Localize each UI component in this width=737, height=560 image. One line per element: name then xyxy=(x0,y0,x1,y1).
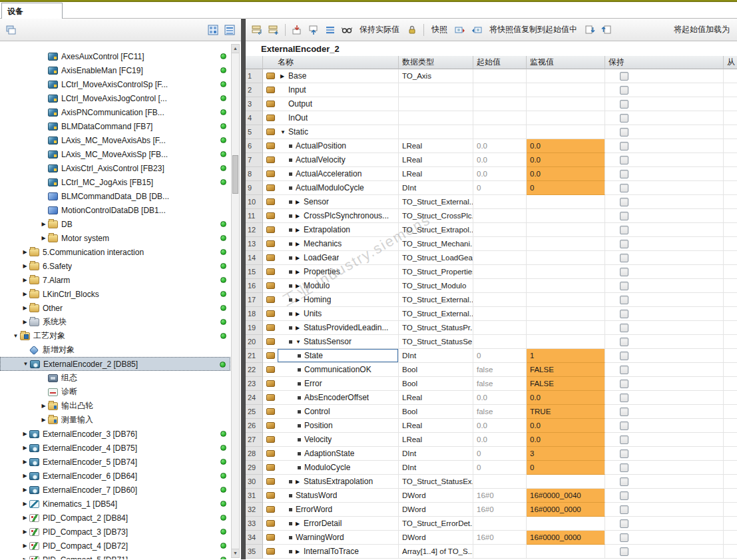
snapshot-button[interactable]: 快照 xyxy=(428,23,451,37)
table-row[interactable]: 16▶ModuloTO_Struct_Modulo xyxy=(246,279,737,293)
monitor-all-glasses-icon[interactable] xyxy=(340,23,354,37)
snapshot-copy-icon-1[interactable] xyxy=(453,23,467,37)
expand-arrow-icon[interactable]: ▶ xyxy=(21,263,29,269)
retain-checkbox[interactable] xyxy=(620,380,628,388)
retain-checkbox[interactable] xyxy=(620,477,628,486)
retain-checkbox[interactable] xyxy=(620,519,628,528)
scrollbar-thumb[interactable] xyxy=(232,155,238,194)
retain-checkbox[interactable] xyxy=(620,240,628,248)
tree-item[interactable]: BLMDataCommand [FB7] xyxy=(0,119,230,133)
table-row[interactable]: 4InOut xyxy=(246,111,737,125)
tree-item[interactable]: MotionControlDataDB [DB1... xyxy=(0,203,230,217)
keep-actual-values-button[interactable]: 保持实际值 xyxy=(356,23,403,37)
retain-checkbox[interactable] xyxy=(620,254,628,262)
table-row[interactable]: 2Input xyxy=(246,83,737,97)
expand-arrow-icon[interactable]: ▶ xyxy=(39,403,48,409)
expand-arrow-icon[interactable]: ▶ xyxy=(21,277,29,283)
tree-item[interactable]: LAxis_MC_MoveAxisSp [FB... xyxy=(0,147,230,161)
retain-checkbox[interactable] xyxy=(620,268,628,276)
retain-checkbox[interactable] xyxy=(620,114,628,123)
expand-arrow-icon[interactable]: ▶ xyxy=(21,529,29,535)
table-row[interactable]: 18▶UnitsTO_Struct_External... xyxy=(246,307,737,321)
retain-checkbox[interactable] xyxy=(620,435,628,444)
expand-arrow-icon[interactable]: ▶ xyxy=(21,543,29,549)
expand-arrow-icon[interactable]: ▶ xyxy=(296,255,304,261)
tree-item[interactable]: ▶PID_Compact_5 [DB71] xyxy=(0,553,230,559)
tree-item[interactable]: ▶5.Communication interaction xyxy=(0,245,230,259)
column-header-index[interactable] xyxy=(246,56,263,69)
copy-snapshot-to-start-button[interactable]: 将快照值复制到起始值中 xyxy=(486,23,581,37)
tree-item[interactable]: 诊断 xyxy=(0,385,230,399)
scroll-up-icon[interactable] xyxy=(232,45,239,53)
table-row[interactable]: 31StatusWordDWord16#016#0000_0040 xyxy=(246,489,737,503)
expand-members-icon[interactable] xyxy=(323,23,338,37)
table-row[interactable]: 24AbsEncoderOffsetLReal0.00.0 xyxy=(246,391,737,405)
table-row[interactable]: 8ActualAccelerationLReal0.00.0 xyxy=(246,167,737,181)
table-row[interactable]: 5▼Static xyxy=(246,125,737,139)
tree-item[interactable]: ▼ExternalEncoder_2 [DB85] xyxy=(0,357,230,371)
tree-item[interactable]: ▶输出凸轮 xyxy=(0,399,230,413)
retain-checkbox[interactable] xyxy=(620,72,628,81)
tree-item[interactable]: 组态 xyxy=(0,371,230,385)
load-values-red-icon[interactable] xyxy=(290,23,304,37)
load-start-doc-icon-2[interactable] xyxy=(599,23,614,37)
tree-item[interactable]: ▶测量输入 xyxy=(0,413,230,427)
expand-arrow-icon[interactable]: ▶ xyxy=(296,269,304,275)
tree-item[interactable]: ▶Motor system xyxy=(0,231,230,245)
overview-grid-icon[interactable] xyxy=(206,23,220,37)
retain-checkbox[interactable] xyxy=(620,449,628,458)
expand-arrow-icon[interactable]: ▶ xyxy=(21,249,29,255)
expand-arrow-icon[interactable]: ▶ xyxy=(39,221,48,227)
tree-item[interactable]: BLMCommandData_DB [DB... xyxy=(0,189,230,203)
column-header-start-value[interactable]: 起始值 xyxy=(473,56,527,69)
retain-checkbox[interactable] xyxy=(620,100,628,109)
retain-checkbox[interactable] xyxy=(620,491,628,500)
tree-item[interactable]: ▶ExternalEncoder_4 [DB75] xyxy=(0,441,230,455)
expand-arrow-icon[interactable]: ▶ xyxy=(296,297,304,303)
retain-checkbox[interactable] xyxy=(620,282,628,290)
retain-checkbox[interactable] xyxy=(620,226,628,234)
table-row[interactable]: 13▶MechanicsTO_Struct_Mechani... xyxy=(246,237,737,251)
table-row[interactable]: 20▼StatusSensorTO_Struct_StatusSe... xyxy=(246,335,737,349)
tree-scrollbar[interactable] xyxy=(231,44,240,558)
table-row[interactable]: 26PositionLReal0.00.0 xyxy=(246,419,737,433)
table-row[interactable]: 1▶BaseTO_Axis xyxy=(246,69,737,83)
retain-checkbox[interactable] xyxy=(620,338,628,346)
expand-arrow-icon[interactable]: ▶ xyxy=(39,235,48,241)
tree-item[interactable]: ▶DB xyxy=(0,217,230,231)
table-row[interactable]: 21StateDInt01 xyxy=(246,349,737,363)
panel-view-icon[interactable] xyxy=(4,23,19,37)
tree-item[interactable]: ▶ExternalEncoder_7 [DB60] xyxy=(0,483,230,497)
column-header-datatype[interactable]: 数据类型 xyxy=(399,56,473,69)
retain-checkbox[interactable] xyxy=(620,505,628,514)
table-row[interactable]: 6ActualPositionLReal0.00.0 xyxy=(246,139,737,153)
table-row[interactable]: 9ActualModuloCycleDInt00 xyxy=(246,181,737,195)
tree-item[interactable]: ▼工艺对象 xyxy=(0,329,230,343)
expand-arrow-icon[interactable]: ▶ xyxy=(296,479,304,485)
column-header-name[interactable]: 名称 xyxy=(263,56,399,69)
tree-item[interactable]: ▶Kinematics_1 [DB54] xyxy=(0,497,230,511)
retain-checkbox[interactable] xyxy=(620,394,628,402)
retain-checkbox[interactable] xyxy=(620,198,628,206)
expand-arrow-icon[interactable]: ▶ xyxy=(21,319,29,325)
expand-arrow-icon[interactable]: ▶ xyxy=(280,73,288,79)
table-row[interactable]: 12▶ExtrapolationTO_Struct_Extrapol... xyxy=(246,223,737,237)
tree-item[interactable]: LCtrl_MC_JogAxis [FB15] xyxy=(0,175,230,189)
table-row[interactable]: 23ErrorBoolfalseFALSE xyxy=(246,377,737,391)
collapse-arrow-icon[interactable]: ▼ xyxy=(296,339,304,345)
retain-checkbox[interactable] xyxy=(620,352,628,360)
tree-item[interactable]: ▶6.Safety xyxy=(0,259,230,273)
table-row[interactable]: 11▶CrossPlcSynchronous...TO_Struct_Cross… xyxy=(246,209,737,223)
tree-item[interactable]: 新增对象 xyxy=(0,343,230,357)
load-values-blue-icon[interactable] xyxy=(306,23,321,37)
expand-arrow-icon[interactable]: ▶ xyxy=(21,515,29,521)
expand-arrow-icon[interactable]: ▶ xyxy=(21,501,29,507)
table-row[interactable]: 19▶StatusProvidedLeadin...TO_Struct_Stat… xyxy=(246,321,737,335)
table-row[interactable]: 35▶InternalToTraceArray[1..4] of TO_S... xyxy=(246,545,737,559)
table-row[interactable]: 28AdaptionStateDInt03 xyxy=(246,447,737,461)
tree-item[interactable]: AxisPNCommunication [FB... xyxy=(0,105,230,119)
expand-arrow-icon[interactable]: ▶ xyxy=(21,445,29,451)
tab-devices[interactable]: 设备 xyxy=(1,3,63,19)
retain-checkbox[interactable] xyxy=(620,86,628,95)
expand-arrow-icon[interactable]: ▶ xyxy=(296,325,304,331)
